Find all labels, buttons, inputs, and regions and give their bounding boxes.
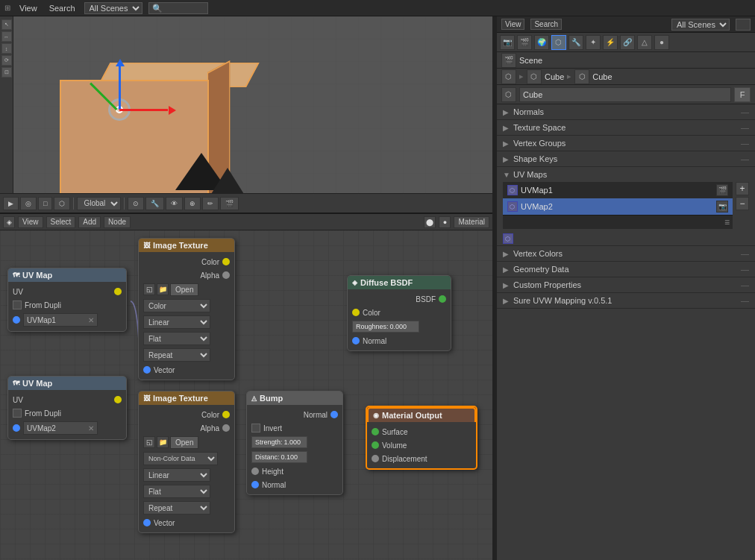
shape-keys-header[interactable]: ▶ Shape Keys — (497, 151, 755, 166)
properties-panel: ▶ Normals — ▶ Texture Space — ▶ Vertex G… (497, 104, 755, 560)
img-2-preview-icon[interactable]: ◱ (143, 436, 155, 448)
bump-distance-field[interactable]: Distanc: 0.100 (251, 451, 307, 463)
img-2-interp-dropdown[interactable]: Linear (143, 468, 210, 482)
img-2-alpha-socket-out (222, 424, 230, 432)
node-icon[interactable]: ◈ (3, 216, 15, 228)
uvmap-2-x[interactable]: ✕ (88, 424, 94, 432)
prop-mode-btn[interactable]: ⊕ (184, 197, 201, 210)
img-1-interp-dropdown[interactable]: Linear (143, 315, 210, 329)
tool-icon-3[interactable]: ↕ (1, 43, 12, 54)
view-button[interactable]: ▶ (3, 197, 19, 210)
img-2-folder-icon[interactable]: 📁 (157, 436, 169, 448)
geometry-data-header[interactable]: ▶ Geometry Data — (497, 262, 755, 277)
bump-strength-field[interactable]: Strength: 1.000 (251, 436, 307, 448)
global-dropdown[interactable]: Global (77, 197, 121, 210)
img-2-proj-dropdown[interactable]: Flat (143, 485, 210, 498)
constraints-icon[interactable]: 🔗 (620, 35, 635, 50)
node-editor[interactable]: 🗺 UV Map UV From Dupli UVM (0, 230, 492, 560)
rt-search-input[interactable] (736, 19, 751, 31)
node-mat-name[interactable]: Material (454, 216, 489, 228)
render-btn[interactable]: 🎬 (220, 197, 239, 210)
all-scenes-dropdown[interactable]: All Scenes (84, 2, 142, 14)
uv-maps-menu-icon[interactable]: ≡ (724, 217, 730, 227)
render-icon[interactable]: 📷 (500, 35, 515, 50)
search-menu[interactable]: Search (46, 4, 78, 13)
rt-view-btn[interactable]: View (501, 19, 525, 30)
img-2-ext-dropdown[interactable]: Repeat (143, 501, 210, 515)
rt-search-btn[interactable]: Search (530, 19, 562, 30)
sure-uvw-header[interactable]: ▶ Sure UVW Mapping v.0.5.1 — (497, 293, 755, 308)
world-icon[interactable]: 🌍 (534, 35, 549, 50)
object-data-2-icon[interactable]: △ (637, 35, 652, 50)
view-menu[interactable]: View (16, 4, 40, 13)
tool-icon-1[interactable]: ↖ (1, 19, 12, 30)
img-1-preview-icon[interactable]: ◱ (143, 283, 155, 295)
sure-uvw-dash: — (741, 296, 749, 305)
uv-remove-button[interactable]: − (736, 197, 749, 210)
vertex-colors-header[interactable]: ▶ Vertex Colors — (497, 246, 755, 261)
img-1-proj-dropdown[interactable]: Flat (143, 332, 210, 345)
output-displacement-socket-in (372, 455, 379, 462)
scene-bar-icon[interactable]: 🎬 (501, 53, 516, 68)
vertex-groups-title: Vertex Groups (513, 139, 738, 148)
scene-icon-btn[interactable]: 🎬 (517, 35, 532, 50)
material-icon[interactable]: ● (654, 35, 669, 50)
uvmap1-render-btn[interactable]: 🎬 (716, 184, 728, 196)
node-img-2-body: Color Alpha ◱ 📁 Open (139, 405, 234, 532)
select-button[interactable]: ◎ (20, 197, 37, 210)
img-1-folder-icon[interactable]: 📁 (157, 283, 169, 295)
diffuse-roughness-field[interactable]: Roughnes: 0.000 (352, 321, 419, 333)
uvmap-1-dropdown[interactable]: UVMap1 ✕ (23, 313, 98, 327)
right-icon-toolbar: 📷 🎬 🌍 ⬡ 🔧 ✦ ⚡ 🔗 △ ● (497, 33, 755, 52)
node-img-2-vector-row: Vector (139, 516, 234, 529)
brush-btn[interactable]: ✏ (202, 197, 219, 210)
uv-maps-title: UV Maps (513, 170, 749, 179)
img-2-open-button[interactable]: Open (170, 436, 198, 449)
node-use-nodes-icon[interactable]: ⬤ (424, 216, 436, 228)
modifier-icon[interactable]: 🔧 (568, 35, 583, 50)
tool-icon-4[interactable]: ⟳ (1, 55, 12, 66)
uv-map-item-1[interactable]: ⬡ UVMap1 🎬 (503, 182, 733, 198)
node-editor-header: ◈ View Select Add Node ⬤ ● Material (0, 214, 492, 230)
rt-scene-dropdown[interactable]: All Scenes (671, 19, 730, 31)
from-dupli-checkbox-1[interactable] (13, 301, 22, 309)
uvmap-1-x[interactable]: ✕ (88, 316, 94, 324)
uv-add-button[interactable]: + (736, 182, 749, 195)
node-mat-icon[interactable]: ● (439, 216, 451, 228)
node-view-btn[interactable]: View (18, 216, 43, 228)
node-select-btn[interactable]: Select (46, 216, 76, 228)
pivot-btn[interactable]: ⊙ (128, 197, 144, 210)
node-node-btn[interactable]: Node (104, 216, 131, 228)
particles-icon[interactable]: ✦ (586, 35, 601, 50)
texture-space-header[interactable]: ▶ Texture Space — (497, 120, 755, 135)
view-mode-btn[interactable]: 👁 (166, 197, 183, 210)
normals-header[interactable]: ▶ Normals — (497, 104, 755, 119)
snap-btn[interactable]: 🔧 (145, 197, 164, 210)
f-button[interactable]: F (734, 87, 751, 102)
viewport-3d[interactable]: ↖ ↔ ↕ ⟳ ⊡ ▶ ◎ □ ⬡ Global ⊙ 🔧 👁 ⊕ (0, 16, 492, 214)
search-input[interactable] (148, 2, 208, 14)
tool-icon-5[interactable]: ⊡ (1, 67, 12, 78)
object-button[interactable]: ⬡ (54, 197, 70, 210)
img-1-color-dropdown[interactable]: Color (143, 299, 210, 312)
bump-invert-checkbox[interactable] (251, 424, 260, 432)
bump-icon: ◬ (251, 394, 257, 402)
physics-icon[interactable]: ⚡ (603, 35, 618, 50)
from-dupli-checkbox-2[interactable] (13, 409, 22, 418)
texture-space-dash: — (741, 123, 749, 132)
custom-properties-header[interactable]: ▶ Custom Properties — (497, 277, 755, 292)
shape-keys-title: Shape Keys (513, 154, 738, 163)
mesh-button[interactable]: □ (38, 197, 52, 210)
uvmap2-render-btn[interactable]: 📷 (716, 201, 728, 213)
node-add-btn[interactable]: Add (78, 216, 101, 228)
object-name-input[interactable] (519, 87, 731, 102)
img-2-color-dropdown[interactable]: Non-Color Data (143, 452, 218, 465)
object-data-icon[interactable]: ⬡ (551, 35, 566, 50)
uv-map-item-2[interactable]: ⬡ UVMap2 📷 (503, 198, 733, 215)
img-1-open-button[interactable]: Open (170, 283, 198, 296)
img-1-ext-dropdown[interactable]: Repeat (143, 348, 210, 362)
uvmap-2-dropdown[interactable]: UVMap2 ✕ (23, 421, 98, 435)
tool-icon-2[interactable]: ↔ (1, 31, 12, 42)
vertex-groups-header[interactable]: ▶ Vertex Groups — (497, 136, 755, 151)
uv-maps-header[interactable]: ▼ UV Maps (497, 167, 755, 182)
